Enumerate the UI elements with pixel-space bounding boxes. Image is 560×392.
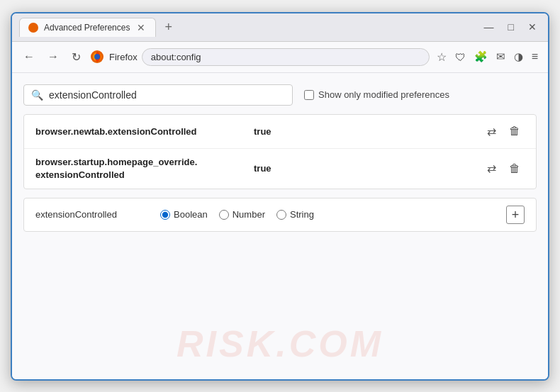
table-row[interactable]: browser.newtab.extensionControlled true … <box>24 115 536 149</box>
address-bar[interactable]: about:config <box>142 48 430 66</box>
search-input[interactable] <box>49 89 285 101</box>
table-row[interactable]: browser.startup.homepage_override.extens… <box>24 149 536 189</box>
delete-icon-1: 🗑 <box>509 125 520 137</box>
reload-button[interactable]: ↻ <box>67 47 85 67</box>
boolean-radio-label[interactable]: Boolean <box>160 209 208 220</box>
type-radio-group: Boolean Number String <box>160 209 495 220</box>
row-2-actions: ⇄ 🗑 <box>483 159 525 178</box>
window-controls: — □ ✕ <box>480 20 541 34</box>
show-modified-checkbox[interactable] <box>304 90 314 100</box>
compat-icon: ◑ <box>514 50 523 63</box>
pref-name-1: browser.newtab.extensionControlled <box>35 126 248 137</box>
add-pref-button[interactable]: + <box>506 206 525 224</box>
pref-value-1: true <box>254 126 477 137</box>
hamburger-icon: ≡ <box>532 50 538 63</box>
nav-icons: ☆ 🛡 🧩 ✉ ◑ ≡ <box>434 47 541 67</box>
results-table: browser.newtab.extensionControlled true … <box>23 114 537 189</box>
tab-label: Advanced Preferences <box>44 23 130 33</box>
menu-button[interactable]: ≡ <box>529 47 541 66</box>
forward-button[interactable]: → <box>43 47 63 66</box>
nav-bar: ← → ↻ Firefox about:config ☆ 🛡 🧩 ✉ <box>12 42 548 73</box>
back-button[interactable]: ← <box>19 47 39 66</box>
svg-point-2 <box>94 54 100 60</box>
browser-window: Advanced Preferences ✕ + — □ ✕ ← → ↻ Fir… <box>11 12 549 381</box>
search-input-wrap[interactable]: 🔍 <box>23 84 293 106</box>
compat-button[interactable]: ◑ <box>511 47 526 66</box>
show-modified-label: Show only modified preferences <box>318 89 449 100</box>
toggle-icon-1: ⇄ <box>487 125 496 138</box>
url-display: about:config <box>151 52 420 62</box>
extension-button[interactable]: 🧩 <box>471 47 491 66</box>
firefox-logo-icon <box>89 49 105 65</box>
shield-button[interactable]: 🛡 <box>452 48 469 66</box>
bookmark-button[interactable]: ☆ <box>434 47 449 67</box>
toggle-button-1[interactable]: ⇄ <box>483 122 500 141</box>
content-area: 🔍 Show only modified preferences browser… <box>12 73 548 379</box>
active-tab[interactable]: Advanced Preferences ✕ <box>19 18 156 37</box>
title-bar: Advanced Preferences ✕ + — □ ✕ <box>12 13 548 42</box>
number-label: Number <box>233 209 265 220</box>
toggle-icon-2: ⇄ <box>487 162 496 174</box>
pref-value-2: true <box>254 163 477 174</box>
pref-name-2: browser.startup.homepage_override.extens… <box>35 156 248 181</box>
close-button[interactable]: ✕ <box>524 20 541 34</box>
shield-icon: 🛡 <box>455 51 466 63</box>
maximize-button[interactable]: □ <box>504 20 518 34</box>
row-1-actions: ⇄ 🗑 <box>483 122 525 141</box>
string-radio-label[interactable]: String <box>276 209 314 220</box>
string-label: String <box>290 209 314 220</box>
delete-button-1[interactable]: 🗑 <box>505 122 525 140</box>
extension-icon: 🧩 <box>474 50 488 63</box>
new-tab-button[interactable]: + <box>160 20 177 35</box>
boolean-radio[interactable] <box>160 210 170 220</box>
delete-button-2[interactable]: 🗑 <box>505 159 525 178</box>
number-radio-label[interactable]: Number <box>219 209 265 220</box>
toggle-button-2[interactable]: ⇄ <box>483 159 500 178</box>
watermark: RISK.COM <box>177 323 383 365</box>
tab-favicon <box>28 23 38 33</box>
show-modified-wrap: Show only modified preferences <box>304 89 449 100</box>
new-pref-key: extensionControlled <box>35 209 149 220</box>
share-button[interactable]: ✉ <box>493 47 508 66</box>
minimize-button[interactable]: — <box>480 20 498 34</box>
tab-close-button[interactable]: ✕ <box>135 22 147 33</box>
delete-icon-2: 🗑 <box>509 162 520 174</box>
add-preference-row: extensionControlled Boolean Number Strin… <box>23 198 537 232</box>
share-icon: ✉ <box>496 50 505 63</box>
bookmark-icon: ☆ <box>437 50 447 64</box>
search-bar: 🔍 Show only modified preferences <box>23 84 537 106</box>
search-icon: 🔍 <box>31 89 43 101</box>
number-radio[interactable] <box>219 210 229 220</box>
browser-name-label: Firefox <box>109 52 138 62</box>
string-radio[interactable] <box>276 210 286 220</box>
boolean-label: Boolean <box>174 209 208 220</box>
